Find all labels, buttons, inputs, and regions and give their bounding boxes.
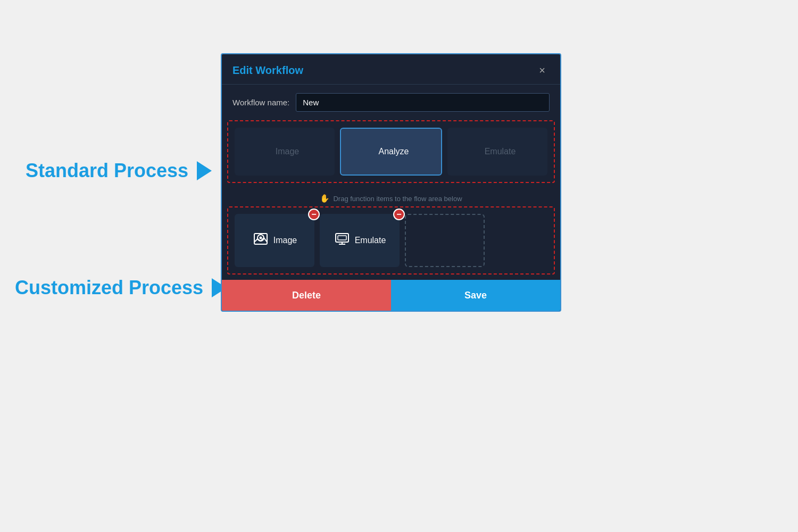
modal-title: Edit Workflow: [232, 64, 303, 77]
flow-image-card[interactable]: − Image: [235, 214, 314, 267]
standard-emulate-card[interactable]: Emulate: [447, 128, 547, 176]
customized-process-label: Customized Process: [15, 277, 227, 299]
standard-process-section: Image Analyze: [227, 120, 555, 183]
drag-hint: ✋ Drag function items to the flow area b…: [222, 188, 560, 206]
flow-section: − Image −: [227, 206, 555, 275]
flow-image-label: Image: [273, 236, 297, 245]
standard-process-label: Standard Process: [26, 160, 212, 182]
flow-image-icon: [252, 230, 269, 251]
workflow-name-label: Workflow name:: [232, 98, 289, 107]
standard-image-card[interactable]: Image: [235, 128, 335, 176]
svg-rect-17: [338, 236, 346, 240]
svg-point-12: [259, 236, 262, 239]
drag-hint-text: Drag function items to the flow area bel…: [333, 195, 462, 203]
standard-analyze-card[interactable]: Analyze: [340, 128, 442, 176]
standard-process-text: Standard Process: [26, 160, 188, 182]
flow-emulate-icon: [334, 230, 351, 251]
flow-items: − Image −: [235, 214, 547, 267]
standard-analyze-label: Analyze: [379, 147, 409, 156]
save-button[interactable]: Save: [391, 280, 560, 311]
delete-button[interactable]: Delete: [222, 280, 391, 311]
workflow-name-input[interactable]: [296, 93, 550, 112]
modal-header: Edit Workflow ×: [222, 54, 560, 85]
remove-emulate-button[interactable]: −: [393, 209, 405, 220]
workflow-name-row: Workflow name:: [222, 85, 560, 120]
close-button[interactable]: ×: [535, 63, 550, 78]
standard-process-arrow: [197, 161, 212, 180]
drag-icon: ✋: [320, 194, 330, 203]
standard-emulate-label: Emulate: [485, 147, 516, 156]
modal-footer: Delete Save: [222, 280, 560, 311]
remove-image-button[interactable]: −: [308, 209, 320, 220]
standard-process-items: Image Analyze: [235, 128, 547, 176]
flow-emulate-label: Emulate: [355, 236, 386, 245]
edit-workflow-modal: Edit Workflow × Workflow name: Image: [221, 53, 561, 312]
flow-emulate-card[interactable]: − Emulate: [320, 214, 400, 267]
standard-image-label: Image: [276, 147, 299, 156]
flow-empty-slot[interactable]: [405, 214, 485, 267]
customized-process-text: Customized Process: [15, 277, 203, 299]
